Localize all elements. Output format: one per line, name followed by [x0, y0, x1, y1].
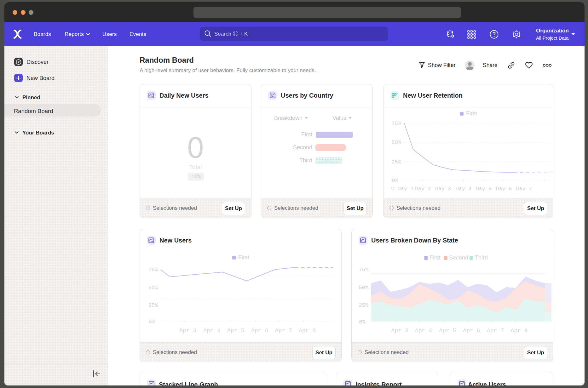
svg-text:Day 6: Day 6: [496, 186, 512, 192]
svg-text:Apr 8: Apr 8: [511, 328, 528, 334]
svg-text:25%: 25%: [391, 159, 401, 165]
svg-text:Apr 6: Apr 6: [251, 328, 268, 334]
svg-text:0%: 0%: [392, 178, 399, 184]
svg-text:25%: 25%: [359, 302, 368, 308]
svg-text:Apr 6: Apr 6: [463, 328, 480, 334]
svg-text:<: <: [391, 186, 394, 192]
svg-text:Day 2: Day 2: [415, 186, 431, 192]
svg-text:50%: 50%: [148, 285, 158, 291]
svg-text:Day 3: Day 3: [435, 186, 451, 192]
svg-text:Second: Second: [449, 254, 468, 261]
svg-text:Apr 8: Apr 8: [299, 328, 316, 334]
svg-text:Apr 5: Apr 5: [227, 328, 244, 334]
svg-text:Apr 4: Apr 4: [203, 328, 220, 334]
svg-text:First: First: [238, 254, 249, 260]
svg-text:Apr 5: Apr 5: [439, 328, 456, 334]
svg-text:Apr 7: Apr 7: [275, 328, 292, 334]
svg-text:First: First: [429, 254, 441, 261]
svg-text:Day 1: Day 1: [397, 186, 413, 192]
svg-text:50%: 50%: [359, 285, 368, 291]
svg-text:75%: 75%: [359, 267, 368, 273]
svg-text:0%: 0%: [359, 319, 366, 325]
svg-text:Day 5: Day 5: [476, 186, 492, 192]
svg-text:Apr 7: Apr 7: [487, 328, 504, 334]
svg-text:Apr 3: Apr 3: [179, 328, 196, 334]
svg-text:First: First: [466, 110, 477, 117]
svg-text:Apr 4: Apr 4: [415, 328, 432, 334]
svg-text:50%: 50%: [391, 140, 401, 146]
svg-text:Apr 3: Apr 3: [391, 328, 408, 334]
svg-text:Day 4: Day 4: [455, 186, 471, 192]
svg-text:25%: 25%: [148, 302, 158, 308]
svg-text:75%: 75%: [391, 121, 401, 127]
svg-text:Third: Third: [475, 254, 488, 261]
svg-text:75%: 75%: [148, 267, 158, 273]
svg-text:Day 7: Day 7: [516, 186, 532, 192]
svg-text:0%: 0%: [149, 319, 155, 325]
